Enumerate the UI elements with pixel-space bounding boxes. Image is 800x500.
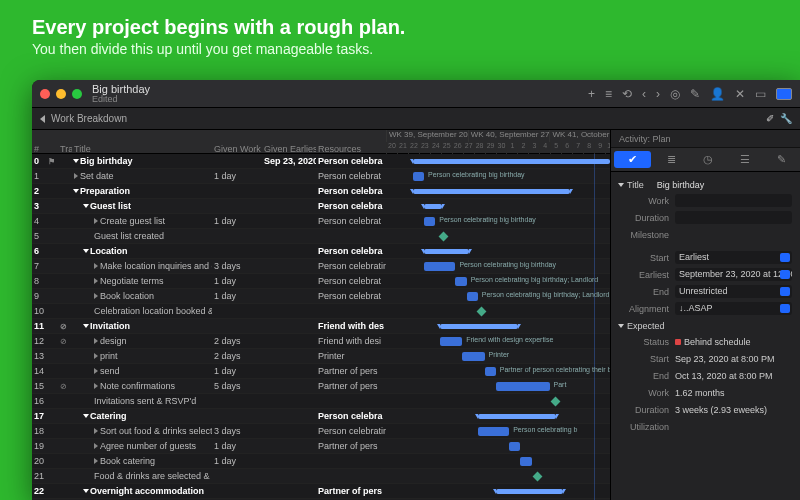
link-icon[interactable]: ⟲ xyxy=(622,87,632,101)
task-title: Agree number of guests xyxy=(72,441,212,451)
disclosure-icon[interactable] xyxy=(83,489,89,493)
alignment-select[interactable]: ↓..ASAP xyxy=(675,302,792,315)
work-field[interactable] xyxy=(675,194,792,207)
disclosure-icon[interactable] xyxy=(73,189,79,193)
task-bar[interactable]: Person celebrating big birthday; Landlor… xyxy=(455,277,466,286)
task-row[interactable]: 18Sort out food & drinks selection3 days… xyxy=(32,424,610,439)
task-row[interactable]: 19Agree number of guests1 dayPartner of … xyxy=(32,439,610,454)
wrench-icon[interactable]: ✕ xyxy=(735,87,745,101)
task-row[interactable]: 21Food & drinks are selected & booked xyxy=(32,469,610,484)
summary-bar[interactable] xyxy=(413,189,570,194)
disclosure-icon[interactable] xyxy=(94,278,98,284)
start-select[interactable]: Earliest xyxy=(675,251,792,264)
task-row[interactable]: 14send1 dayPartner of persPartner of per… xyxy=(32,364,610,379)
task-row[interactable]: 12⊘design2 daysFriend with desiFriend wi… xyxy=(32,334,610,349)
summary-bar[interactable] xyxy=(478,414,556,419)
minimize-icon[interactable] xyxy=(56,89,66,99)
disclosure-icon[interactable] xyxy=(94,293,98,299)
task-bar[interactable]: Partner of person celebrating their big … xyxy=(485,367,496,376)
milestone-diamond[interactable] xyxy=(438,232,448,242)
day-label: 5 xyxy=(550,142,561,154)
task-row[interactable]: 17CateringPerson celebra xyxy=(32,409,610,424)
task-bar[interactable]: Person celebrating big birthday; Landlor… xyxy=(467,292,478,301)
disclosure-icon[interactable] xyxy=(94,353,98,359)
disclosure-icon[interactable] xyxy=(94,443,98,449)
disclosure-icon[interactable] xyxy=(94,338,98,344)
summary-bar[interactable] xyxy=(424,204,442,209)
wrench2-icon[interactable]: 🔧 xyxy=(780,113,792,124)
display-icon[interactable]: ▭ xyxy=(755,87,766,101)
milestone-diamond[interactable] xyxy=(550,397,560,407)
task-row[interactable]: 6LocationPerson celebra xyxy=(32,244,610,259)
disclosure-icon[interactable] xyxy=(94,368,98,374)
task-bar[interactable]: Friend with design expertise xyxy=(440,337,462,346)
task-row[interactable]: 22Overnight accommodationPartner of pers xyxy=(32,484,610,499)
task-bar[interactable]: Person celebrating big birthday xyxy=(413,172,424,181)
task-row[interactable]: 16Invitations sent & RSVP'd xyxy=(32,394,610,409)
disclosure-icon[interactable] xyxy=(94,218,98,224)
target-icon[interactable]: ◎ xyxy=(670,87,680,101)
disclosure-icon[interactable] xyxy=(94,263,98,269)
task-row[interactable]: 4Create guest list1 dayPerson celebratPe… xyxy=(32,214,610,229)
highlighter-icon[interactable]: ✎ xyxy=(690,87,700,101)
gantt-cell xyxy=(386,394,610,408)
chevron-right-icon[interactable]: › xyxy=(656,87,660,101)
zoom-icon[interactable] xyxy=(72,89,82,99)
disclosure-icon[interactable] xyxy=(83,249,89,253)
timeline-header: WK 39, September 20WK 40, September 27WK… xyxy=(386,130,616,154)
user-icon[interactable]: 👤 xyxy=(710,87,725,101)
task-row[interactable]: 10Celebration location booked & confirme… xyxy=(32,304,610,319)
disclosure-icon[interactable] xyxy=(73,159,79,163)
tab-list[interactable]: ☰ xyxy=(727,148,764,171)
milestone-diamond[interactable] xyxy=(476,307,486,317)
disclosure-icon[interactable] xyxy=(83,204,89,208)
earliest-field[interactable]: September 23, 2020 at 12:00 AM xyxy=(675,268,792,281)
task-bar[interactable] xyxy=(509,442,520,451)
disclosure-icon[interactable] xyxy=(74,173,78,179)
task-row[interactable]: 11⊘InvitationFriend with des xyxy=(32,319,610,334)
task-row[interactable]: 15⊘Note confirmations5 daysPartner of pe… xyxy=(32,379,610,394)
task-bar[interactable]: Printer xyxy=(462,352,484,361)
task-row[interactable]: 9Book location1 dayPerson celebratPerson… xyxy=(32,289,610,304)
disclosure-icon[interactable] xyxy=(83,414,89,418)
add-icon[interactable]: + xyxy=(588,87,595,101)
disclosure-icon[interactable] xyxy=(94,458,98,464)
summary-bar[interactable] xyxy=(424,249,469,254)
task-row[interactable]: 1Set date1 dayPerson celebratPerson cele… xyxy=(32,169,610,184)
indent-icon[interactable]: ≡ xyxy=(605,87,612,101)
tab-plan[interactable]: ✔ xyxy=(614,151,651,168)
summary-bar[interactable] xyxy=(440,324,518,329)
task-row[interactable]: 8Negotiate terms1 dayPerson celebratPers… xyxy=(32,274,610,289)
task-row[interactable]: 5Guest list created xyxy=(32,229,610,244)
task-bar[interactable] xyxy=(520,457,531,466)
tab-timer[interactable]: ◷ xyxy=(690,148,727,171)
task-bar[interactable]: Person celebrating big birthday xyxy=(424,217,435,226)
summary-bar[interactable] xyxy=(413,159,610,164)
back-icon[interactable] xyxy=(40,115,45,123)
flag-icon[interactable]: ⚑ xyxy=(48,157,55,166)
milestone-diamond[interactable] xyxy=(532,472,542,482)
end-select[interactable]: Unrestricted xyxy=(675,285,792,298)
disclosure-icon[interactable] xyxy=(94,428,98,434)
chevron-left-icon[interactable]: ‹ xyxy=(642,87,646,101)
tab-schedule[interactable]: ≣ xyxy=(654,148,691,171)
task-row[interactable]: 13print2 daysPrinterPrinter xyxy=(32,349,610,364)
task-row[interactable]: 2PreparationPerson celebra xyxy=(32,184,610,199)
breadcrumb[interactable]: Work Breakdown xyxy=(51,113,127,124)
task-bar[interactable]: Person celebrating b xyxy=(478,427,509,436)
disclosure-icon[interactable] xyxy=(94,383,98,389)
duration-field[interactable] xyxy=(675,211,792,224)
close-icon[interactable] xyxy=(40,89,50,99)
task-row[interactable]: 0⚑Big birthdaySep 23, 2020Person celebra xyxy=(32,154,610,169)
summary-bar[interactable] xyxy=(496,489,563,494)
task-row[interactable]: 7Make location inquiries and compare3 da… xyxy=(32,259,610,274)
inspector-toggle-icon[interactable] xyxy=(776,88,792,100)
task-row[interactable]: 20Book catering1 day xyxy=(32,454,610,469)
task-row[interactable]: 3Guest listPerson celebra xyxy=(32,199,610,214)
task-bar[interactable]: Person celebrating big birthday xyxy=(424,262,455,271)
task-bar[interactable]: Part xyxy=(496,382,550,391)
tab-edit[interactable]: ✎ xyxy=(763,148,800,171)
disclosure-icon[interactable] xyxy=(83,324,89,328)
bar-label: Person celebrating b xyxy=(513,426,577,433)
brush-icon[interactable]: ✐ xyxy=(766,113,774,124)
